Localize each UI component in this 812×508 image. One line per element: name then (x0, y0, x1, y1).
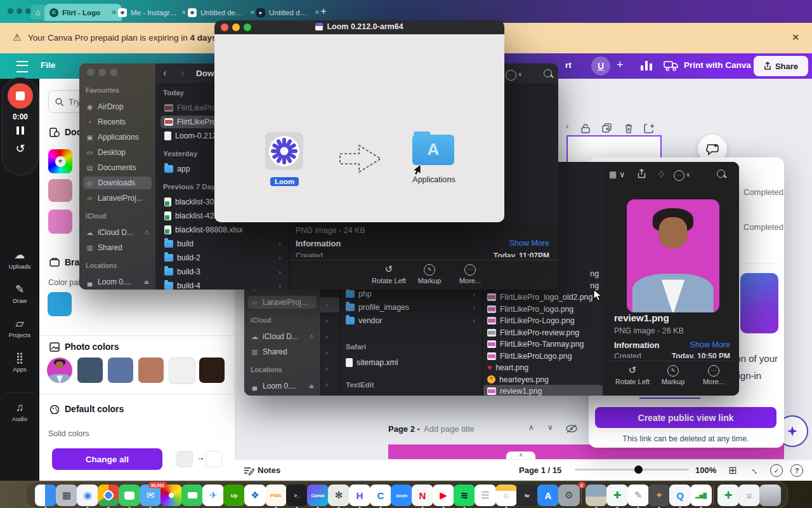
stop-record-button[interactable] (8, 83, 33, 109)
file-row[interactable]: FlirtLikePro_logo.png (483, 303, 603, 316)
banner-close-icon[interactable]: ✕ (792, 32, 800, 43)
sidebar-item-documents[interactable]: ▤Documents (83, 161, 152, 174)
move-page-up-icon[interactable]: ∧ (528, 423, 534, 432)
dock-item-c-app[interactable]: C (370, 485, 391, 506)
chart-icon[interactable] (639, 59, 653, 72)
photo-color-swatch[interactable] (169, 358, 195, 384)
dock-item-reminders[interactable]: ☰ (475, 485, 496, 506)
pause-button[interactable] (3, 126, 38, 135)
dock-item-canva[interactable]: Canva (307, 485, 329, 506)
search-icon[interactable] (717, 170, 725, 178)
file-row[interactable]: profile_images› (342, 301, 479, 314)
sidebar-item-airdrop[interactable]: ◉AirDrop (83, 100, 152, 113)
dock-item-messages[interactable] (119, 485, 140, 506)
dock-item-quicktime[interactable]: Q (669, 485, 691, 506)
tag-icon[interactable]: ♢ (657, 169, 665, 179)
file-row[interactable]: build-2› (160, 251, 285, 264)
lock-icon[interactable] (580, 123, 591, 134)
icon-view-icon[interactable]: ▦ ∨ (609, 170, 625, 179)
more-button[interactable]: ⋯ (445, 264, 495, 276)
dock-item-stats[interactable]: ▂▅█ (690, 485, 712, 506)
sidebar-item-recents[interactable]: ◔Recents (83, 116, 152, 128)
source-color-swatch[interactable] (176, 451, 193, 467)
restart-record-icon[interactable]: ↺ (3, 142, 38, 156)
file-row[interactable]: php› (342, 288, 479, 300)
target-color-swatch[interactable] (206, 451, 222, 467)
notes-button[interactable]: Notes (258, 465, 280, 475)
file-menu[interactable]: File (41, 60, 55, 70)
dock-item-youtube[interactable]: ▶ (433, 485, 454, 506)
dock-item-chrome[interactable] (98, 485, 119, 506)
menu-icon[interactable] (16, 61, 28, 72)
dock-item-phpmyadmin[interactable]: PMA (265, 485, 287, 506)
minimize-window-button[interactable] (98, 69, 106, 76)
file-row[interactable]: FlirtLikeProLogo.png (483, 350, 603, 363)
zoom-window-button[interactable] (110, 69, 117, 76)
dock-item-finder[interactable] (35, 485, 56, 506)
file-row[interactable]: FlirtLikePro-review.png (483, 326, 603, 339)
hide-page-icon[interactable] (565, 424, 578, 434)
sidebar-item-desktop[interactable]: ▭Desktop (83, 146, 152, 159)
applications-folder-icon[interactable]: A (412, 135, 454, 165)
help-icon[interactable]: ? (790, 464, 803, 477)
browser-tab[interactable]: ◉Me - Instagram Post✕ (113, 4, 192, 21)
file-row[interactable]: FlirtLikePro_logo_old2.png (483, 291, 603, 304)
sidebar-item-icloud-d-[interactable]: ☁iCloud D...⚠ (83, 226, 152, 239)
rotate-fragment-icon[interactable]: › (566, 121, 568, 131)
photo-color-swatch[interactable] (77, 358, 103, 383)
collapse-pages-tab[interactable]: ∧ (506, 451, 535, 459)
forward-icon[interactable]: › (181, 67, 185, 79)
back-icon[interactable]: ‹ (163, 67, 167, 79)
window-control-dot[interactable] (8, 8, 13, 14)
photo-color-swatch[interactable] (108, 358, 133, 383)
sidebar-item-loom-0-[interactable]: ▄Loom 0....⏏ (83, 276, 152, 288)
dock-item-chatgpt[interactable]: ✻ (328, 485, 350, 506)
underline-button[interactable]: U (591, 57, 610, 76)
browser-tab[interactable]: ▶Untitled design - M...✕ (251, 4, 325, 21)
file-row[interactable]: FlirtLikePro-Tanmay.png (483, 338, 603, 351)
zoom-slider-knob[interactable] (634, 465, 643, 474)
browser-tab[interactable]: CFlirt - Logo✕ (44, 4, 122, 21)
dock-item-mail[interactable]: ✉38,001 (140, 485, 161, 506)
dock-item-appletv[interactable]: tv (516, 485, 538, 506)
browser-tab[interactable]: ◉Untitled design - In...✕ (183, 4, 260, 21)
more-button[interactable]: ⋯ (688, 364, 739, 377)
eject-icon[interactable]: ⏏ (143, 279, 149, 285)
file-row[interactable]: build› (160, 237, 285, 250)
fullscreen-icon[interactable]: ↔ (749, 463, 763, 478)
photo-color-swatch[interactable] (138, 358, 164, 383)
file-row[interactable]: hearteyes.png (483, 373, 603, 386)
search-icon[interactable] (544, 69, 552, 77)
gradient-thumbnail[interactable] (740, 273, 778, 333)
eject-icon[interactable]: ⏏ (308, 383, 314, 389)
dock-item-hostinger[interactable]: H (349, 485, 370, 506)
dock-item-trash[interactable] (759, 485, 781, 506)
sidebar-item-uploads[interactable]: ☁Uploads (0, 249, 39, 270)
dock-item-vscode[interactable]: ❖ (244, 485, 266, 506)
photo-thumbnail[interactable] (47, 358, 72, 383)
dock-item-textedit[interactable]: ✎ (627, 485, 649, 506)
sidebar-item-laravelproj-[interactable]: ▱LaravelProj... (248, 296, 317, 309)
saved-check-icon[interactable]: ✓ (770, 464, 783, 477)
brand-color-swatch[interactable] (48, 292, 72, 316)
add-button[interactable]: + (617, 58, 624, 72)
sidebar-item-shared[interactable]: ▥Shared (83, 241, 152, 254)
file-row[interactable]: build-4› (160, 279, 285, 290)
sidebar-item-audio[interactable]: ♫Audio (0, 401, 39, 422)
dock-item-keychain[interactable]: ✦ (648, 485, 670, 506)
dock-item-appstore[interactable]: A (537, 485, 559, 506)
zoom-slider[interactable] (575, 469, 689, 471)
dock-item-terminal[interactable]: >_ (286, 485, 308, 506)
sidebar-item-downloads[interactable]: ◎Downloads (83, 177, 152, 189)
window-control-dot[interactable] (16, 8, 22, 14)
sidebar-item-apps[interactable]: ⣿Apps (0, 352, 39, 373)
share-file-icon[interactable] (638, 169, 646, 178)
dock-item-zoom[interactable]: zoom (391, 485, 412, 506)
share-button[interactable]: Share (754, 56, 808, 76)
file-row[interactable]: sitemap.xml (342, 356, 479, 369)
file-row[interactable]: review1.png (483, 385, 603, 396)
dock-item-notes[interactable]: ≡ (495, 485, 517, 506)
print-truck-icon[interactable] (664, 59, 679, 72)
more-actions-icon[interactable]: ⋯ ∨ (674, 169, 690, 181)
sidebar-item-draw[interactable]: ✎Draw (0, 283, 39, 304)
